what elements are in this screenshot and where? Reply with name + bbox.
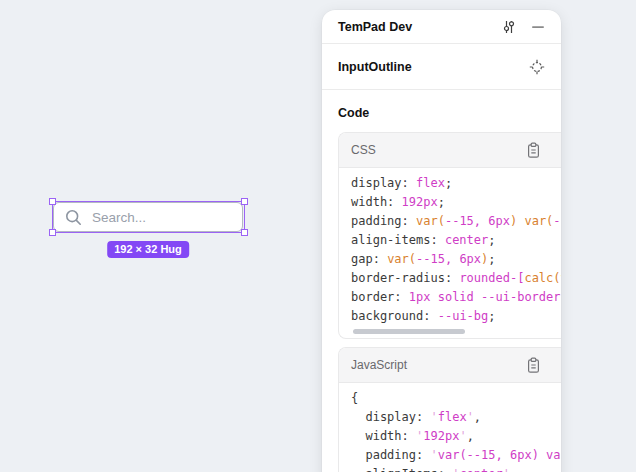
selection-handle-bottom-right[interactable] — [241, 229, 248, 236]
javascript-block-label: JavaScript — [351, 358, 526, 372]
clipboard-copy-icon[interactable] — [526, 357, 541, 374]
panel-title: TemPad Dev — [338, 20, 501, 34]
minimize-icon[interactable] — [531, 20, 545, 34]
selection-size-badge: 192 × 32 Hug — [107, 241, 189, 258]
crosshair-locate-icon[interactable] — [529, 59, 545, 75]
selected-component-row: InputOutline — [322, 44, 561, 90]
javascript-code-lines: { display: 'flex', width: '192px', paddi… — [351, 389, 561, 472]
css-block-header[interactable]: CSS — [339, 133, 561, 168]
css-code-body: display: flex;width: 192px;padding: var(… — [339, 168, 561, 338]
javascript-block-header[interactable]: JavaScript — [339, 348, 561, 383]
sliders-icon[interactable] — [501, 19, 517, 35]
javascript-code-body: { display: 'flex', width: '192px', paddi… — [339, 383, 561, 472]
panel-header: TemPad Dev — [322, 10, 561, 44]
css-block-label: CSS — [351, 143, 526, 157]
magnifier-icon — [64, 208, 83, 227]
clipboard-copy-icon[interactable] — [526, 142, 541, 159]
code-section-title: Code — [322, 90, 561, 132]
css-code-block: CSS display: flex;width: 192px;padding: … — [338, 132, 561, 339]
css-code-lines: display: flex;width: 192px;padding: var(… — [351, 174, 561, 326]
search-input-component[interactable]: Search... — [53, 202, 243, 232]
horizontal-scrollbar[interactable] — [353, 329, 465, 334]
component-name: InputOutline — [338, 60, 529, 74]
javascript-code-block: JavaScript { display: 'flex', width: '19… — [338, 347, 561, 472]
tempad-dev-panel: TemPad Dev InputOutline — [322, 10, 561, 472]
search-placeholder-text: Search... — [92, 210, 146, 225]
